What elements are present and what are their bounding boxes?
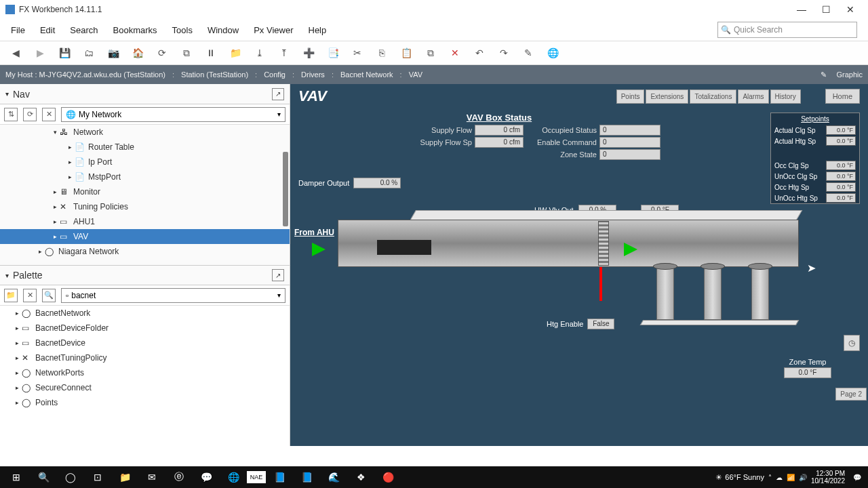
tree-toggle-icon[interactable]: ▸	[50, 203, 60, 210]
view-home-button[interactable]: Home	[825, 89, 860, 104]
tab-alarms[interactable]: Alarms	[738, 89, 768, 104]
palette-item-bacnetdevicefolder[interactable]: ▸▭BacnetDeviceFolder	[0, 321, 290, 336]
tab-extensions[interactable]: Extensions	[646, 89, 688, 104]
tree-toggle-icon[interactable]: ▸	[12, 399, 22, 406]
breadcrumb-vav[interactable]: VAV	[409, 70, 422, 79]
app-icon[interactable]: ❖	[347, 466, 374, 488]
menu-tools[interactable]: Tools	[172, 25, 193, 35]
import-icon[interactable]: ⤒	[277, 45, 292, 60]
breadcrumb-drivers[interactable]: Drivers	[301, 70, 325, 79]
tab-points[interactable]: Points	[616, 89, 645, 104]
teams-icon[interactable]: 💬	[193, 466, 220, 488]
palette-close-icon[interactable]: ✕	[23, 289, 37, 302]
undo-icon[interactable]: ↶	[472, 45, 487, 60]
tree-toggle-icon[interactable]: ▸	[50, 188, 60, 195]
tree-toggle-icon[interactable]: ▸	[12, 310, 22, 317]
newtab-icon[interactable]: ⧉	[179, 45, 194, 60]
tree-toggle-icon[interactable]: ▸	[65, 159, 75, 165]
saveall-icon[interactable]: 🗂	[81, 45, 96, 60]
breadcrumb-mode[interactable]: Graphic	[836, 70, 863, 79]
tree-item-router-table[interactable]: ▸📄Router Table	[0, 140, 290, 155]
taskview-icon[interactable]: ⊡	[84, 466, 111, 488]
copy-icon[interactable]: ⎘	[374, 45, 389, 60]
tree-toggle-icon[interactable]: ▸	[12, 384, 22, 391]
page2-button[interactable]: Page 2	[835, 388, 867, 401]
start-button[interactable]: ⊞	[3, 466, 30, 488]
paste-icon[interactable]: 📋	[399, 45, 414, 60]
tree-toggle-icon[interactable]: ▸	[12, 354, 22, 361]
tree-item-tuning-policies[interactable]: ▸✕Tuning Policies	[0, 199, 290, 214]
palette-collapse-icon[interactable]: ▾	[5, 272, 9, 279]
breadcrumb-host[interactable]: My Host : M-JYG4QV2.ad.wku.edu (TestStat…	[5, 70, 165, 79]
menu-file[interactable]: File	[11, 25, 25, 35]
maximize-button[interactable]: ☐	[814, 1, 838, 18]
tree-item-vav[interactable]: ▸▭VAV	[0, 229, 290, 244]
breadcrumb-edit-icon[interactable]: ✎	[821, 70, 827, 79]
globe-icon[interactable]: 🌐	[545, 45, 560, 60]
tree-item-niagara-network[interactable]: ▸◯Niagara Network	[0, 244, 290, 259]
breadcrumb-bacnet[interactable]: Bacnet Network	[340, 70, 393, 79]
palette-item-networkports[interactable]: ▸◯NetworkPorts	[0, 365, 290, 380]
nav-collapse-icon[interactable]: ▾	[5, 90, 9, 98]
tree-item-ahu1[interactable]: ▸▭AHU1	[0, 214, 290, 229]
object-icon[interactable]: ◷	[844, 335, 860, 351]
menu-help[interactable]: Help	[309, 25, 327, 35]
word2-icon[interactable]: 📘	[293, 466, 320, 488]
word-icon[interactable]: 📘	[266, 466, 293, 488]
nav-refresh-icon[interactable]: ⟳	[23, 108, 37, 121]
tree-toggle-icon[interactable]: ▾	[50, 129, 60, 136]
export-icon[interactable]: ⤓	[252, 45, 267, 60]
forward-button[interactable]: ▶	[33, 45, 47, 60]
camera-icon[interactable]: 📷	[106, 45, 121, 60]
delete-icon[interactable]: ✕	[448, 45, 462, 60]
pencil-icon[interactable]: ✎	[521, 45, 536, 60]
palette-popout-icon[interactable]: ↗	[272, 269, 284, 281]
tree-toggle-icon[interactable]: ▸	[50, 218, 60, 225]
tree-toggle-icon[interactable]: ▸	[12, 340, 22, 346]
duplicate-icon[interactable]: ⧉	[423, 45, 438, 60]
pause-icon[interactable]: ⏸	[203, 45, 218, 60]
menu-edit[interactable]: Edit	[40, 25, 55, 35]
tree-toggle-icon[interactable]: ▸	[50, 233, 60, 240]
refresh-icon[interactable]: ⟳	[155, 45, 170, 60]
palette-combo[interactable]: ▫ bacnet ▾	[61, 288, 285, 303]
breadcrumb-config[interactable]: Config	[264, 70, 285, 79]
taskbar-search-icon[interactable]: 🔍	[30, 466, 57, 488]
outlook-icon[interactable]: ✉	[138, 466, 165, 488]
menu-window[interactable]: Window	[208, 25, 239, 35]
nae-icon[interactable]: NAE	[247, 471, 266, 483]
chrome-icon[interactable]: 🌐	[220, 466, 247, 488]
palette-item-secureconnect[interactable]: ▸◯SecureConnect	[0, 380, 290, 395]
tree-toggle-icon[interactable]: ▸	[35, 248, 45, 255]
nav-scrollbar[interactable]	[283, 152, 288, 226]
tab-history[interactable]: History	[770, 89, 801, 104]
nav-network-combo[interactable]: 🌐 My Network ▾	[61, 107, 285, 122]
explorer-icon[interactable]: 📁	[111, 466, 138, 488]
tree-item-monitor[interactable]: ▸🖥Monitor	[0, 184, 290, 199]
tree-item-ip-port[interactable]: ▸📄Ip Port	[0, 155, 290, 169]
close-button[interactable]: ✕	[838, 1, 863, 18]
tree-toggle-icon[interactable]: ▸	[12, 325, 22, 331]
tray-sound-icon[interactable]: 🔊	[799, 474, 807, 481]
recorder-icon[interactable]: 🔴	[374, 466, 401, 488]
palette-item-bacnetnetwork[interactable]: ▸◯BacnetNetwork	[0, 306, 290, 321]
back-button[interactable]: ◀	[8, 45, 23, 60]
palette-item-bacnettuningpolicy[interactable]: ▸✕BacnetTuningPolicy	[0, 350, 290, 365]
nav-clear-icon[interactable]: ✕	[42, 108, 56, 121]
tree-item-mstpport[interactable]: ▸📄MstpPort	[0, 169, 290, 184]
nav-tree[interactable]: ▾🖧Network▸📄Router Table▸📄Ip Port▸📄MstpPo…	[0, 125, 290, 265]
cut-icon[interactable]: ✂	[350, 45, 365, 60]
ie-icon[interactable]: ⓔ	[165, 466, 193, 488]
palette-item-points[interactable]: ▸◯Points	[0, 395, 290, 410]
tree-toggle-icon[interactable]: ▸	[65, 174, 75, 180]
folder-icon[interactable]: 📁	[228, 45, 243, 60]
palette-find-icon[interactable]: 🔍	[42, 289, 56, 302]
edge-icon[interactable]: 🌊	[320, 466, 347, 488]
clock[interactable]: 12:30 PM 10/14/2022	[811, 470, 845, 485]
cortana-icon[interactable]: ◯	[57, 466, 84, 488]
palette-item-bacnetdevice[interactable]: ▸▭BacnetDevice	[0, 336, 290, 350]
menu-pxviewer[interactable]: Px Viewer	[254, 25, 293, 35]
tray-wifi-icon[interactable]: 📶	[787, 474, 795, 481]
tree-toggle-icon[interactable]: ▸	[12, 369, 22, 376]
tray-up-icon[interactable]: ˄	[768, 474, 772, 481]
